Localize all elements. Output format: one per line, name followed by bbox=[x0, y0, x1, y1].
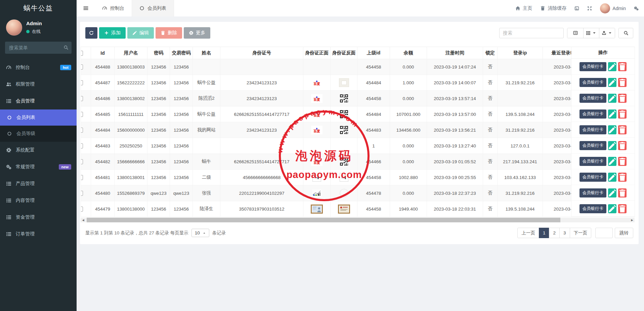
member-bankcard-button[interactable]: 会员银行卡 bbox=[579, 109, 607, 119]
row-checkbox[interactable] bbox=[81, 96, 83, 101]
horizontal-scrollbar[interactable]: ◀ ▶ bbox=[81, 218, 635, 222]
sidebar-item-product[interactable]: 产品管理 bbox=[0, 175, 77, 192]
id-photo-logo[interactable]: ▲百度 bbox=[311, 110, 323, 119]
table-row[interactable]: 45448015526869379qwe123qwe123张强220122199… bbox=[81, 185, 635, 201]
row-delete-button[interactable] bbox=[618, 109, 627, 119]
cogs-icon[interactable] bbox=[634, 6, 639, 11]
hamburger-icon[interactable] bbox=[77, 0, 95, 16]
row-checkbox[interactable] bbox=[81, 143, 83, 148]
sidebar-item-system-config[interactable]: 系统配置 bbox=[0, 142, 77, 159]
clear-cache-button[interactable]: 清除缓存 bbox=[540, 5, 566, 11]
id-photo-logo[interactable]: ▲百度 bbox=[311, 94, 323, 103]
row-edit-button[interactable] bbox=[608, 173, 616, 182]
table-row[interactable]: 45448515611111111123456123456蜗牛公益6266262… bbox=[81, 106, 635, 122]
refresh-button[interactable] bbox=[85, 27, 97, 39]
row-delete-button[interactable] bbox=[618, 125, 627, 134]
member-bankcard-button[interactable]: 会员银行卡 bbox=[579, 125, 607, 134]
id-photo-qr[interactable] bbox=[340, 157, 348, 166]
columns-button[interactable] bbox=[583, 28, 599, 38]
table-row[interactable]: 45448325025025012345612345610.0002023-03… bbox=[81, 138, 635, 154]
id-photo-logo[interactable]: ▲百度 bbox=[311, 157, 323, 166]
row-delete-button[interactable] bbox=[618, 173, 627, 182]
member-bankcard-button[interactable]: 会员银行卡 bbox=[579, 188, 607, 197]
member-bankcard-button[interactable]: 会员银行卡 bbox=[579, 141, 607, 150]
home-button[interactable]: 主页 bbox=[515, 5, 532, 11]
sidebar-item-auth[interactable]: 权限管理 bbox=[0, 76, 77, 93]
card-view-button[interactable] bbox=[567, 28, 583, 38]
scroll-right-arrow[interactable]: ▶ bbox=[630, 218, 635, 222]
row-delete-button[interactable] bbox=[618, 94, 627, 103]
row-edit-button[interactable] bbox=[608, 109, 616, 119]
sidebar-item-member-list[interactable]: 会员列表 bbox=[0, 109, 77, 126]
id-photo-broken[interactable] bbox=[312, 173, 321, 182]
id-photo-qr[interactable] bbox=[340, 110, 348, 119]
delete-button[interactable]: 删除 bbox=[156, 27, 182, 39]
page-button-2[interactable]: 2 bbox=[549, 228, 560, 238]
row-delete-button[interactable] bbox=[618, 204, 627, 213]
row-edit-button[interactable] bbox=[608, 204, 616, 213]
table-row[interactable]: 45448613800138002123456123456陈滔滔22342341… bbox=[81, 91, 635, 106]
id-photo-qr[interactable] bbox=[340, 94, 348, 103]
table-row[interactable]: 45448215666666666123456123456蜗牛626626251… bbox=[81, 154, 635, 170]
prev-page-button[interactable]: 上一页 bbox=[517, 228, 539, 238]
scroll-left-arrow[interactable]: ◀ bbox=[81, 218, 86, 222]
more-button[interactable]: 更多 bbox=[184, 27, 210, 39]
sidebar-item-content[interactable]: 内容管理 bbox=[0, 192, 77, 209]
tab-member-list[interactable]: 会员列表 bbox=[132, 0, 174, 16]
id-photo-logo[interactable]: ▲百度 bbox=[311, 126, 323, 134]
row-delete-button[interactable] bbox=[618, 188, 627, 197]
row-delete-button[interactable] bbox=[618, 78, 627, 87]
row-checkbox[interactable] bbox=[81, 175, 83, 180]
picture-icon[interactable] bbox=[574, 6, 579, 11]
page-button-3[interactable]: 3 bbox=[559, 228, 570, 238]
export-button[interactable] bbox=[599, 28, 615, 38]
sidebar-item-member[interactable]: 会员管理 bbox=[0, 93, 77, 109]
sidebar-item-order[interactable]: 订单管理 bbox=[0, 226, 77, 242]
scrollbar-track[interactable] bbox=[86, 218, 630, 222]
id-photo-logo[interactable]: ▲百度 bbox=[311, 78, 323, 87]
row-checkbox[interactable] bbox=[81, 128, 83, 133]
member-bankcard-button[interactable]: 会员银行卡 bbox=[579, 94, 607, 103]
table-row[interactable]: 45448415600000000123456123456我的网站2342341… bbox=[81, 122, 635, 138]
id-photo-faint-circle[interactable] bbox=[340, 189, 348, 197]
row-delete-button[interactable] bbox=[618, 62, 627, 71]
edit-button[interactable]: 编辑 bbox=[127, 27, 154, 39]
sidebar-item-member-level[interactable]: 会员等级 bbox=[0, 126, 77, 142]
row-delete-button[interactable] bbox=[618, 141, 627, 150]
id-photo-card-back[interactable] bbox=[338, 205, 350, 214]
member-bankcard-button[interactable]: 会员银行卡 bbox=[579, 62, 607, 71]
row-edit-button[interactable] bbox=[608, 157, 616, 166]
search-button[interactable] bbox=[618, 28, 633, 38]
sidebar-search-input[interactable] bbox=[5, 42, 72, 54]
table-search-input[interactable] bbox=[499, 28, 564, 38]
table-row[interactable]: 45448113800138001123456123456二级456666666… bbox=[81, 170, 635, 185]
row-checkbox[interactable] bbox=[81, 159, 83, 164]
select-all-checkbox[interactable] bbox=[81, 51, 83, 56]
row-checkbox[interactable] bbox=[81, 80, 83, 85]
jump-page-input[interactable] bbox=[595, 228, 613, 238]
row-delete-button[interactable] bbox=[618, 157, 627, 166]
table-row[interactable]: 454488138001380031234561234564544580.000… bbox=[81, 59, 635, 75]
row-checkbox[interactable] bbox=[81, 191, 83, 196]
row-checkbox[interactable] bbox=[81, 64, 83, 70]
user-menu[interactable]: Admin bbox=[600, 3, 626, 13]
member-bankcard-button[interactable]: 会员银行卡 bbox=[579, 157, 607, 166]
row-edit-button[interactable] bbox=[608, 62, 616, 71]
jump-button[interactable]: 跳转 bbox=[615, 228, 633, 238]
id-photo-qr[interactable] bbox=[340, 126, 348, 134]
row-edit-button[interactable] bbox=[608, 78, 616, 87]
id-photo-chart[interactable] bbox=[312, 189, 321, 197]
scrollbar-thumb[interactable] bbox=[87, 218, 560, 222]
fullscreen-icon[interactable] bbox=[587, 6, 592, 11]
page-button-1[interactable]: 1 bbox=[539, 228, 550, 238]
table-row[interactable]: 45447913800138000123456123456陆泽生35078319… bbox=[81, 201, 635, 217]
sidebar-item-finance[interactable]: 资金管理 bbox=[0, 209, 77, 226]
row-edit-button[interactable] bbox=[608, 94, 616, 103]
row-edit-button[interactable] bbox=[608, 188, 616, 197]
id-photo-broken[interactable] bbox=[340, 173, 348, 182]
row-edit-button[interactable] bbox=[608, 141, 616, 150]
row-checkbox[interactable] bbox=[81, 207, 83, 212]
table-row[interactable]: 45448715622222222123456123456蜗牛公益2342341… bbox=[81, 75, 635, 91]
page-size-select[interactable]: 10 bbox=[191, 229, 209, 237]
member-bankcard-button[interactable]: 会员银行卡 bbox=[579, 173, 607, 182]
